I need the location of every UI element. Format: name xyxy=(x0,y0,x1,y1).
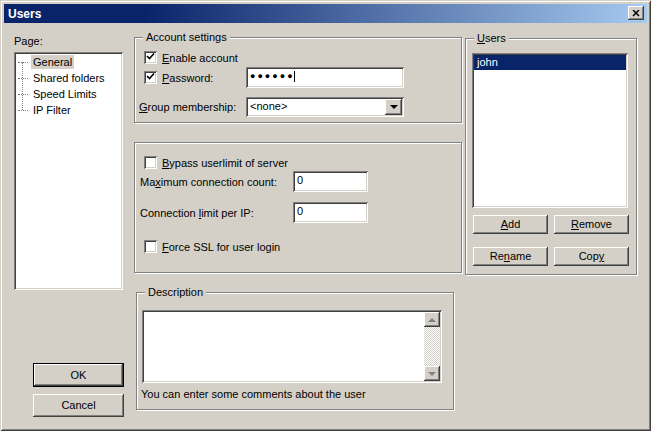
enable-account-label: Enable account xyxy=(162,52,238,65)
users-list[interactable]: john xyxy=(472,53,628,208)
bypass-userlimit-checkbox[interactable] xyxy=(144,156,157,169)
page-label: Page: xyxy=(14,35,43,48)
copy-button-label: Copy xyxy=(579,250,605,263)
tree-connector-line xyxy=(22,62,23,110)
description-legend: Description xyxy=(145,286,206,299)
combo-dropdown-button[interactable] xyxy=(385,99,402,115)
password-input[interactable]: ●●●●●● xyxy=(246,67,404,88)
scroll-up-button[interactable] xyxy=(424,312,440,327)
page-tree[interactable]: General Shared folders Speed Limits IP F… xyxy=(14,52,123,290)
title-bar[interactable]: Users xyxy=(4,4,647,23)
tree-branch-icon xyxy=(18,110,28,111)
ok-button[interactable]: OK xyxy=(33,363,124,387)
rename-button[interactable]: Rename xyxy=(473,247,548,266)
window-title: Users xyxy=(8,7,41,21)
description-hint: You can enter some comments about the us… xyxy=(141,388,366,401)
chevron-down-icon xyxy=(428,372,436,380)
group-membership-label: Group membership: xyxy=(139,101,236,114)
close-icon xyxy=(632,10,640,17)
enable-account-checkbox[interactable] xyxy=(144,51,157,64)
tree-item-label: Shared folders xyxy=(31,71,107,85)
tree-branch-icon xyxy=(18,62,28,63)
close-button[interactable] xyxy=(628,6,644,20)
group-membership-select[interactable]: <none> xyxy=(246,97,404,117)
chevron-up-icon xyxy=(428,314,436,322)
tree-item-general[interactable]: General xyxy=(14,54,123,70)
tree-item-speed-limits[interactable]: Speed Limits xyxy=(14,86,123,102)
description-textarea[interactable] xyxy=(142,310,442,383)
tree-item-label: Speed Limits xyxy=(31,87,99,101)
tree-item-label: IP Filter xyxy=(31,103,73,117)
password-checkbox[interactable] xyxy=(144,71,157,84)
scroll-down-button[interactable] xyxy=(424,366,440,381)
users-dialog: Users Page: General Shared folders Speed… xyxy=(0,0,651,431)
vertical-scrollbar[interactable] xyxy=(424,312,440,381)
remove-button[interactable]: Remove xyxy=(554,215,629,234)
bypass-userlimit-label: Bypass userlimit of server xyxy=(162,157,288,170)
cancel-button[interactable]: Cancel xyxy=(33,394,124,417)
tree-item-shared-folders[interactable]: Shared folders xyxy=(14,70,123,86)
max-connection-label: Maximum connection count: xyxy=(140,176,277,189)
password-label: Password: xyxy=(162,72,213,85)
tree-item-label: General xyxy=(31,55,74,69)
tree-item-ip-filter[interactable]: IP Filter xyxy=(14,102,123,118)
add-button-label: Add xyxy=(501,218,521,231)
copy-button[interactable]: Copy xyxy=(554,247,629,266)
add-button[interactable]: Add xyxy=(473,215,548,234)
ip-limit-label: Connection limit per IP: xyxy=(140,207,254,220)
check-icon xyxy=(146,73,155,81)
users-legend: Users xyxy=(474,32,509,45)
account-settings-legend: Account settings xyxy=(143,31,230,44)
remove-button-label: Remove xyxy=(571,218,612,231)
rename-button-label: Rename xyxy=(490,250,532,263)
password-masked-value: ●●●●●● xyxy=(250,71,295,81)
tree-branch-icon xyxy=(18,78,28,79)
chevron-down-icon xyxy=(390,105,398,113)
force-ssl-label: Force SSL for user login xyxy=(162,241,280,254)
text-caret xyxy=(294,71,295,82)
tree-branch-icon xyxy=(18,94,28,95)
check-icon xyxy=(146,53,155,61)
max-connection-input[interactable]: 0 xyxy=(293,171,368,192)
user-list-item-john[interactable]: john xyxy=(474,55,626,70)
force-ssl-checkbox[interactable] xyxy=(144,240,157,253)
group-membership-value: <none> xyxy=(250,100,287,112)
ip-limit-input[interactable]: 0 xyxy=(293,202,368,223)
